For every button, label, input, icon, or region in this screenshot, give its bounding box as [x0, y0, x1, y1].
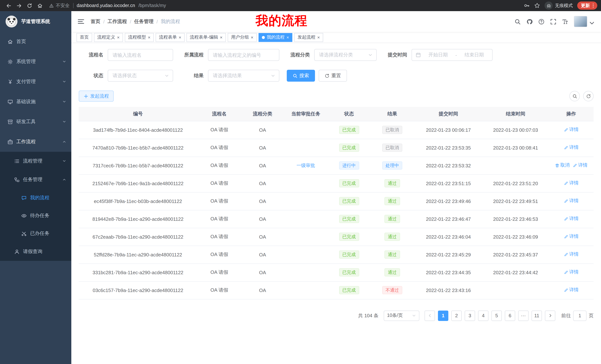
chevron-down-icon — [165, 74, 169, 78]
cell-name: OA 请假 — [197, 121, 241, 139]
close-icon[interactable]: × — [220, 35, 222, 39]
create-process-button[interactable]: 发起流程 — [79, 91, 114, 102]
chevron-down-icon — [62, 80, 66, 84]
browser-update-button[interactable]: 更新 — [577, 1, 597, 10]
page-button[interactable]: 2 — [451, 310, 462, 321]
bookmark-star-icon[interactable] — [534, 3, 540, 9]
sidebar-item[interactable]: 我的流程 — [0, 189, 71, 207]
detail-link[interactable]: 详情 — [564, 144, 579, 151]
view-tab[interactable]: 发起流程× — [294, 33, 323, 42]
category-select[interactable]: 请选择流程分类 — [314, 49, 377, 61]
page-button[interactable]: 11 — [531, 310, 542, 321]
view-tab[interactable]: 首页 — [77, 33, 92, 42]
reset-button[interactable]: 重置 — [319, 70, 347, 82]
breadcrumb-item[interactable]: 首页 — [91, 18, 100, 25]
close-icon[interactable]: × — [117, 35, 120, 39]
column-header: 流程名 — [197, 107, 241, 121]
browser-home-button[interactable] — [35, 1, 45, 10]
page-button[interactable]: 4 — [478, 310, 489, 321]
chevron-down-icon — [589, 20, 595, 26]
close-icon[interactable]: × — [179, 35, 181, 39]
next-page-button[interactable] — [545, 310, 555, 321]
sidebar-item[interactable]: 流程管理 — [0, 152, 71, 170]
breadcrumb-item[interactable]: 工作流程 — [108, 18, 127, 25]
refresh-table-button[interactable] — [583, 91, 594, 101]
page-button[interactable]: 1 — [438, 310, 448, 321]
close-icon[interactable]: × — [286, 35, 289, 39]
view-tab[interactable]: 流程表单× — [156, 33, 185, 42]
page-ellipsis[interactable]: ··· — [518, 310, 529, 321]
sidebar-item-label: 流程管理 — [23, 158, 42, 164]
view-tab[interactable]: 流程模型× — [125, 33, 154, 42]
github-icon[interactable] — [526, 18, 533, 25]
toggle-search-button[interactable] — [570, 91, 580, 101]
cell-result: 处理中 — [370, 157, 414, 174]
sidebar-item[interactable]: 任务管理 — [0, 170, 71, 189]
browser-reload-button[interactable] — [25, 1, 34, 10]
close-icon[interactable]: × — [317, 35, 320, 39]
detail-link[interactable]: 详情 — [564, 198, 579, 204]
close-icon[interactable]: × — [251, 35, 253, 39]
status-select[interactable]: 请选择状态 — [108, 70, 173, 82]
header-search-icon[interactable] — [514, 18, 521, 25]
search-button[interactable]: 搜索 — [287, 70, 315, 82]
address-bar[interactable]: 不安全 dashboard.yudao.iocoder.cn/bpm/task/… — [49, 2, 523, 9]
detail-link[interactable]: 详情 — [564, 216, 579, 222]
sidebar-item-label: 待办任务 — [30, 212, 50, 219]
page-size-select[interactable]: 10条/页 — [384, 310, 419, 321]
sidebar-item[interactable]: 待办任务 — [0, 207, 71, 224]
cancel-link[interactable]: 取消 — [555, 162, 570, 169]
sidebar-toggle-icon[interactable] — [77, 18, 85, 25]
result-label: 结果 — [180, 72, 208, 79]
browser-back-button[interactable] — [4, 1, 13, 10]
cell-status: 已完成 — [328, 228, 370, 246]
security-indicator[interactable]: 不安全 — [49, 2, 70, 9]
breadcrumb-item[interactable]: 任务管理 — [134, 18, 154, 25]
sidebar-item[interactable]: 系统管理 — [0, 52, 71, 72]
password-key-icon[interactable] — [524, 3, 530, 9]
detail-link[interactable]: 详情 — [564, 269, 579, 276]
current-task-link[interactable]: 一级审批 — [296, 162, 315, 169]
detail-link[interactable]: 详情 — [564, 234, 579, 240]
cell-result: 通过 — [370, 246, 414, 263]
result-badge: 已取消 — [382, 144, 402, 152]
docs-help-icon[interactable] — [538, 18, 545, 25]
cell-result: 通过 — [370, 263, 414, 281]
submit-time-range-picker[interactable]: 开始日期 - 结束日期 — [411, 49, 492, 61]
detail-link[interactable]: 详情 — [573, 162, 587, 169]
view-tab-label: 首页 — [80, 34, 89, 40]
incognito-profile[interactable]: 无痕模式 — [545, 1, 573, 10]
process-def-input[interactable] — [208, 49, 279, 61]
pagination: 共 104 条 10条/页 123456···11 前往 页 — [79, 310, 594, 321]
sidebar-item[interactable]: 首页 — [0, 31, 71, 52]
cell-submit-time: 2022-01-22 23:45:29 — [414, 246, 482, 263]
detail-link[interactable]: 详情 — [564, 251, 579, 258]
view-tab[interactable]: 流程表单-编辑× — [186, 33, 226, 42]
detail-link[interactable]: 详情 — [564, 287, 579, 293]
result-select[interactable]: 请选择流结果 — [208, 70, 279, 82]
sidebar-item[interactable]: 已办任务 — [0, 224, 71, 242]
sidebar-item[interactable]: 支付管理 — [0, 72, 71, 92]
close-icon[interactable]: × — [148, 35, 150, 39]
app-logo[interactable]: 芋道管理系统 — [0, 11, 71, 31]
page-button[interactable]: 3 — [465, 310, 475, 321]
view-tab[interactable]: 我的流程× — [259, 33, 292, 42]
process-name-input[interactable] — [108, 49, 173, 61]
page-button[interactable]: 5 — [491, 310, 502, 321]
sidebar-item[interactable]: 基础设施 — [0, 92, 71, 112]
sidebar-item[interactable]: 请假查询 — [0, 242, 71, 261]
prev-page-button[interactable] — [425, 310, 435, 321]
page-button[interactable]: 6 — [505, 310, 515, 321]
browser-forward-button[interactable] — [14, 1, 24, 10]
view-tab[interactable]: 用户分组× — [228, 33, 257, 42]
user-menu[interactable] — [574, 16, 595, 27]
font-size-icon[interactable] — [562, 18, 568, 25]
fullscreen-icon[interactable] — [550, 18, 556, 25]
sidebar-item[interactable]: 研发工具 — [0, 112, 71, 132]
sidebar-item[interactable]: 工作流程 — [0, 132, 71, 152]
goto-page-input[interactable] — [573, 310, 587, 321]
view-tab[interactable]: 流程定义× — [94, 33, 123, 42]
detail-link[interactable]: 详情 — [564, 180, 579, 186]
detail-link[interactable]: 详情 — [564, 127, 579, 133]
cell-result: 不通过 — [370, 281, 414, 299]
